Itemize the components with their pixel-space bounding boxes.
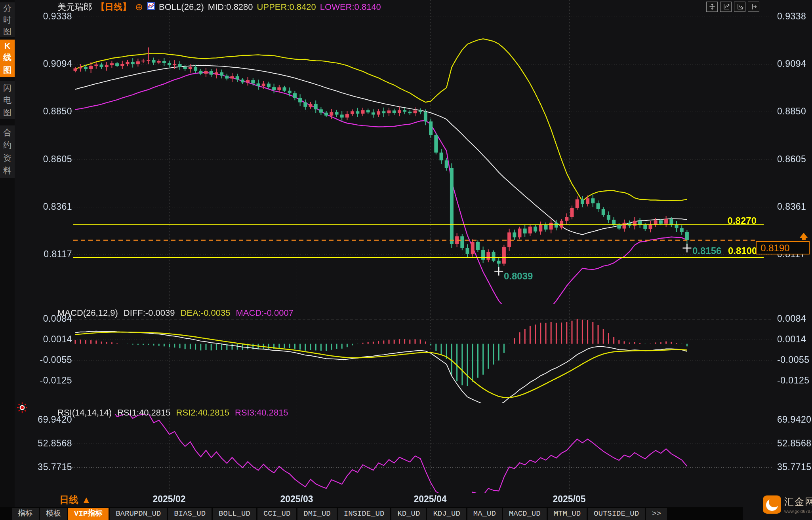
symbol-name: 美元瑞郎 — [57, 1, 92, 13]
y-axis-label: 35.7715 — [37, 462, 72, 473]
y-axis-label: 69.9420 — [777, 414, 812, 425]
period-tag[interactable]: 【日线】 — [96, 1, 131, 13]
rsi-panel-header: RSI(14,14,14) RSI1:40.2815 RSI2:40.2815 … — [57, 408, 288, 418]
macd-dea-readout: DEA:-0.0035 — [180, 308, 230, 318]
y-axis-label: -0.0125 — [37, 375, 72, 386]
y-axis-label: 0.8605 — [777, 154, 812, 165]
tab-inside_ud[interactable]: INSIDE_UD — [338, 508, 391, 520]
y-axis-label: 0.8361 — [37, 201, 72, 212]
sidebar-item-char: 合 — [3, 127, 11, 138]
y-axis-label: 0.9338 — [777, 11, 812, 22]
chart-header: 美元瑞郎 【日线】 ⊕ BOLL(26,2) MID:0.8280 UPPER:… — [57, 2, 381, 12]
price-up-arrow-icon — [799, 233, 808, 238]
sidebar-item-char: 线 — [3, 52, 11, 63]
lower-band-price-label: 0.8156 — [692, 245, 721, 256]
sidebar-item-2[interactable]: K线图 — [0, 40, 15, 77]
x-axis-month-label: 2025/03 — [269, 494, 324, 505]
x-axis-month-label: 2025/02 — [141, 494, 197, 505]
y-axis-label: 0.0014 — [777, 334, 812, 345]
resistance-price-label: 0.8270 — [709, 215, 757, 226]
macd-hist-readout: MACD:-0.0007 — [236, 308, 294, 318]
x-axis-month-label: 2025/04 — [402, 494, 458, 505]
brand-name: 汇金网 — [784, 495, 812, 508]
sidebar-item-char: 闪 — [3, 82, 11, 93]
tab-mtm_ud[interactable]: MTM_UD — [548, 508, 587, 520]
y-axis-label: 0.9094 — [37, 59, 72, 69]
alarm-burst-icon[interactable] — [17, 402, 28, 415]
y-axis-label: 0.8850 — [37, 106, 72, 117]
tab-barupdn_ud[interactable]: BARUPDN_UD — [110, 508, 167, 520]
sidebar-item-char: 电 — [3, 95, 11, 106]
macd-diff-readout: DIFF:-0.0039 — [124, 308, 175, 318]
y-axis-label: -0.0055 — [777, 355, 812, 365]
sidebar-item-char: 图 — [3, 26, 11, 37]
indicator-tab-bar: 指标模板VIP指标BARUPDN_UDBIAS_UDBOLL_UDCCI_UDD… — [12, 508, 667, 520]
axis-scale-down-icon[interactable] — [734, 2, 745, 12]
y-axis-label: 0.0014 — [37, 334, 72, 345]
boll-chart-icon[interactable] — [147, 2, 155, 12]
y-axis-label: 52.8568 — [37, 438, 72, 449]
sidebar-item-3[interactable]: 闪电图 — [0, 81, 15, 119]
y-axis-label: 0.8361 — [777, 201, 812, 212]
current-price-box: 0.8190 — [756, 241, 810, 254]
chart-canvas[interactable] — [0, 0, 812, 520]
tab-boll_ud[interactable]: BOLL_UD — [213, 508, 256, 520]
tab-dmi_ud[interactable]: DMI_UD — [297, 508, 336, 520]
x-axis-month-label: 2025/05 — [541, 494, 597, 505]
tab-[interactable]: 模板 — [40, 508, 67, 520]
tab-macd_ud[interactable]: MACD_UD — [503, 508, 547, 520]
boll-upper-readout: UPPER:0.8420 — [257, 2, 316, 12]
tab->>[interactable]: >> — [646, 508, 667, 520]
rsi2-readout: RSI2:40.2815 — [176, 408, 230, 418]
trading-app-window: 分时图K线图闪电图合约资料 美元瑞郎 【日线】 ⊕ BOLL(26,2) MID… — [0, 0, 812, 520]
period-selector[interactable]: 日线 ▲ — [59, 493, 91, 506]
left-sidebar: 分时图K线图闪电图合约资料 — [0, 0, 15, 520]
tab-cci_ud[interactable]: CCI_UD — [257, 508, 296, 520]
rsi-title[interactable]: RSI(14,14,14) — [57, 408, 112, 418]
sidebar-item-4[interactable]: 合约资料 — [0, 125, 15, 178]
macd-title[interactable]: MACD(26,12,9) — [57, 308, 118, 318]
y-axis-label: 0.8850 — [777, 106, 812, 117]
period-label: 日线 — [59, 493, 78, 506]
tab-bias_ud[interactable]: BIAS_UD — [168, 508, 212, 520]
move-crosshair-icon[interactable] — [706, 2, 718, 12]
tab-kdj_ud[interactable]: KDJ_UD — [427, 508, 466, 520]
sidebar-item-char: 约 — [3, 140, 11, 151]
jump-to-latest-icon[interactable] — [748, 2, 759, 12]
y-axis-label: -0.0055 — [37, 355, 72, 365]
brand-url: www.gold678.com — [784, 509, 812, 514]
boll-lower-readout: LOWER:0.8140 — [320, 2, 381, 12]
y-axis-label: 35.7715 — [777, 462, 812, 473]
sidebar-item-char: 料 — [3, 165, 11, 176]
tab-[interactable]: 指标 — [12, 508, 39, 520]
tab-ma_ud[interactable]: MA_UD — [467, 508, 502, 520]
triangle-up-icon: ▲ — [82, 494, 91, 505]
huijin-logo-icon — [763, 495, 781, 514]
indicator-name[interactable]: BOLL(26,2) — [159, 2, 204, 12]
chart-toolbar — [706, 2, 759, 12]
axis-scale-up-icon[interactable] — [720, 2, 732, 12]
support-price-label: 0.8100 — [728, 245, 757, 256]
macd-panel-header: MACD(26,12,9) DIFF:-0.0039 DEA:-0.0035 M… — [57, 308, 294, 318]
circle-plus-icon[interactable]: ⊕ — [135, 3, 143, 11]
rsi1-readout: RSI1:40.2815 — [117, 408, 171, 418]
sidebar-item-1[interactable]: 分时图 — [0, 2, 15, 37]
tab-vip[interactable]: VIP指标 — [68, 508, 109, 520]
y-axis-label: 0.8605 — [37, 154, 72, 165]
y-axis-label: -0.0125 — [777, 375, 812, 386]
sidebar-item-char: 图 — [3, 107, 11, 118]
sidebar-item-char: 资 — [3, 152, 11, 163]
site-branding: 汇金网 www.gold678.com — [763, 495, 812, 514]
tab-kd_ud[interactable]: KD_UD — [391, 508, 426, 520]
sidebar-item-char: K — [4, 41, 10, 51]
y-axis-label: 0.0084 — [777, 313, 812, 324]
tab-outside_ud[interactable]: OUTSIDE_UD — [588, 508, 645, 520]
sidebar-item-char: 分 — [3, 3, 11, 14]
y-axis-label: 52.8568 — [777, 438, 812, 449]
price-up-arrow-stem — [802, 238, 806, 240]
sidebar-item-char: 图 — [3, 65, 11, 76]
y-axis-label: 0.8117 — [37, 249, 72, 260]
sidebar-item-char: 时 — [3, 14, 11, 25]
boll-mid-readout: MID:0.8280 — [208, 2, 253, 12]
y-axis-label: 0.9094 — [777, 59, 812, 69]
